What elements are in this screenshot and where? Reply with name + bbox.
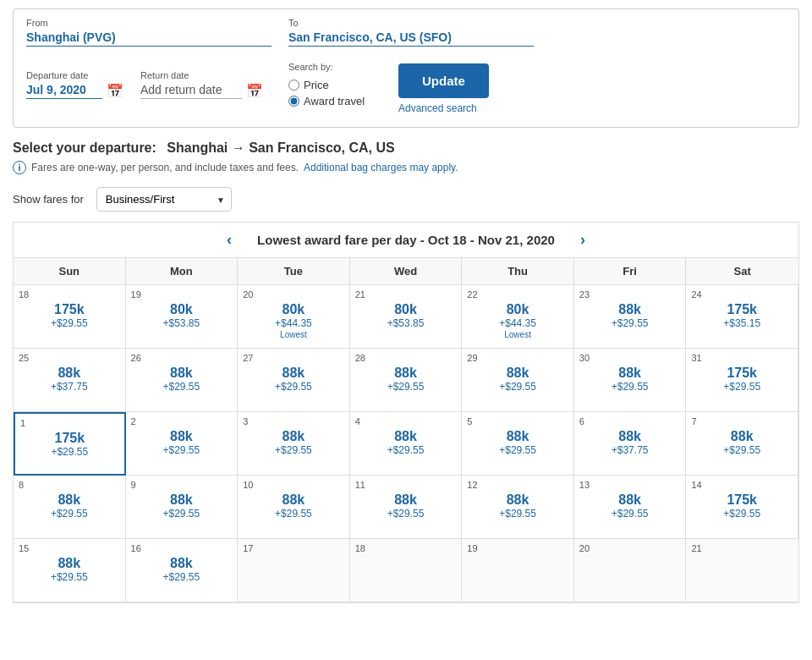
return-placeholder[interactable]: Add return date xyxy=(140,83,242,99)
cal-cell-29[interactable]: 16 88k +$29.55 xyxy=(126,539,239,602)
advanced-search-link[interactable]: Advanced search xyxy=(398,102,477,114)
price-radio[interactable] xyxy=(288,80,299,91)
cal-cell-15[interactable]: 2 88k +$29.55 xyxy=(126,412,239,476)
cell-date: 7 xyxy=(691,416,793,426)
cell-price: +$29.55 xyxy=(131,381,233,393)
cal-cell-1[interactable]: 19 80k +$53.85 xyxy=(126,285,239,349)
cal-cell-12[interactable]: 30 88k +$29.55 xyxy=(574,349,687,412)
fare-select[interactable]: Business/First Economy xyxy=(96,187,232,212)
cell-date: 19 xyxy=(131,289,233,300)
cell-date: 10 xyxy=(243,480,344,490)
day-header-sat: Sat xyxy=(686,258,798,285)
prev-month-arrow[interactable]: ‹ xyxy=(218,231,240,249)
cal-cell-19[interactable]: 6 88k +$37.75 xyxy=(574,412,687,476)
cal-cell-33: 20 xyxy=(574,539,687,602)
update-button[interactable]: Update xyxy=(398,63,489,98)
cell-price: +$29.55 xyxy=(691,508,793,520)
info-icon: i xyxy=(13,161,26,174)
cell-lowest: Lowest xyxy=(467,330,568,339)
cell-date: 18 xyxy=(19,289,120,300)
cell-points: 88k xyxy=(243,429,344,444)
cell-points: 88k xyxy=(579,492,681,508)
cal-cell-10[interactable]: 28 88k +$29.55 xyxy=(350,349,463,412)
cal-cell-27[interactable]: 14 175k +$29.55 xyxy=(686,476,798,539)
cell-points: 88k xyxy=(467,492,568,508)
cell-price: +$29.55 xyxy=(20,446,119,458)
cell-price: +$29.55 xyxy=(19,508,120,520)
fare-selector-label: Show fares for xyxy=(13,193,84,206)
cal-cell-17[interactable]: 4 88k +$29.55 xyxy=(350,412,463,476)
cal-cell-34: 21 xyxy=(686,539,798,602)
cal-cell-7[interactable]: 25 88k +$37.75 xyxy=(14,349,126,412)
price-radio-label[interactable]: Price xyxy=(288,79,365,91)
cal-cell-25[interactable]: 12 88k +$29.55 xyxy=(462,476,574,539)
cal-cell-6[interactable]: 24 175k +$35.15 xyxy=(686,285,798,349)
cal-cell-24[interactable]: 11 88k +$29.55 xyxy=(350,476,463,539)
cal-cell-13[interactable]: 31 175k +$29.55 xyxy=(686,349,798,412)
cell-price: +$44.35 xyxy=(467,317,568,329)
cell-date: 20 xyxy=(243,289,344,300)
price-label: Price xyxy=(304,79,329,91)
departure-value[interactable]: Jul 9, 2020 xyxy=(26,83,102,99)
cell-price: +$53.85 xyxy=(355,317,457,329)
cell-points: 88k xyxy=(131,429,233,444)
cell-lowest: Lowest xyxy=(243,330,344,339)
cell-price: +$29.55 xyxy=(355,381,457,393)
cell-date: 29 xyxy=(467,353,568,363)
fare-selector-row: Show fares for Business/First Economy xyxy=(13,187,799,212)
cal-cell-8[interactable]: 26 88k +$29.55 xyxy=(126,349,239,412)
cell-date: 11 xyxy=(355,480,457,490)
update-advanced-group: Update Advanced search xyxy=(381,55,489,114)
cal-cell-31: 18 xyxy=(350,539,463,602)
cal-cell-16[interactable]: 3 88k +$29.55 xyxy=(238,412,350,476)
cell-price: +$29.55 xyxy=(355,508,457,520)
cell-points: 175k xyxy=(691,492,793,508)
cell-points: 88k xyxy=(243,366,344,381)
bag-charges-link[interactable]: Additional bag charges may apply. xyxy=(304,162,458,173)
search-form: From Shanghai (PVG) To San Francisco, CA… xyxy=(13,8,799,128)
cell-date: 9 xyxy=(131,480,233,490)
cal-cell-18[interactable]: 5 88k +$29.55 xyxy=(462,412,574,476)
cell-points: 88k xyxy=(579,302,681,317)
cal-cell-28[interactable]: 15 88k +$29.55 xyxy=(14,539,126,602)
departure-calendar-icon[interactable]: 📅 xyxy=(107,83,123,99)
cal-cell-0[interactable]: 18 175k +$29.55 xyxy=(14,285,126,349)
from-label: From xyxy=(26,18,272,28)
from-value[interactable]: Shanghai (PVG) xyxy=(26,30,272,47)
fare-select-wrapper[interactable]: Business/First Economy xyxy=(96,187,232,212)
cal-cell-26[interactable]: 13 88k +$29.55 xyxy=(574,476,687,539)
cell-points: 88k xyxy=(579,366,681,381)
cell-date: 24 xyxy=(691,289,793,300)
cell-price: +$29.55 xyxy=(579,381,681,393)
cal-cell-2[interactable]: 20 80k +$44.35 Lowest xyxy=(238,285,350,349)
cal-cell-21[interactable]: 8 88k +$29.55 xyxy=(14,476,126,539)
cal-cell-5[interactable]: 23 88k +$29.55 xyxy=(574,285,687,349)
day-header-wed: Wed xyxy=(350,258,463,285)
departure-label: Departure date xyxy=(26,70,123,80)
next-month-arrow[interactable]: › xyxy=(572,231,594,249)
cell-price: +$29.55 xyxy=(467,381,568,393)
cell-points: 88k xyxy=(19,366,120,381)
cell-points: 88k xyxy=(131,556,233,571)
calendar-title: Lowest award fare per day - Oct 18 - Nov… xyxy=(257,233,555,247)
to-value[interactable]: San Francisco, CA, US (SFO) xyxy=(288,30,534,47)
cal-cell-20[interactable]: 7 88k +$29.55 xyxy=(686,412,798,476)
cal-cell-3[interactable]: 21 80k +$53.85 xyxy=(350,285,463,349)
return-calendar-icon[interactable]: 📅 xyxy=(246,83,263,99)
cal-cell-9[interactable]: 27 88k +$29.55 xyxy=(238,349,350,412)
award-radio[interactable] xyxy=(288,96,299,107)
award-radio-label[interactable]: Award travel xyxy=(288,95,365,107)
cell-points: 88k xyxy=(467,366,568,381)
cell-date: 16 xyxy=(131,543,233,553)
cal-cell-11[interactable]: 29 88k +$29.55 xyxy=(462,349,574,412)
cell-points: 88k xyxy=(355,429,457,444)
day-header-mon: Mon xyxy=(126,258,239,285)
cell-date: 17 xyxy=(243,543,344,553)
cal-cell-4[interactable]: 22 80k +$44.35 Lowest xyxy=(462,285,574,349)
cal-cell-14[interactable]: 1 175k +$29.55 xyxy=(14,412,126,476)
cal-cell-22[interactable]: 9 88k +$29.55 xyxy=(126,476,239,539)
return-date-group: Return date Add return date 📅 xyxy=(140,70,263,99)
cal-cell-30: 17 xyxy=(238,539,350,602)
cal-cell-23[interactable]: 10 88k +$29.55 xyxy=(238,476,350,539)
cell-date: 14 xyxy=(691,480,793,490)
